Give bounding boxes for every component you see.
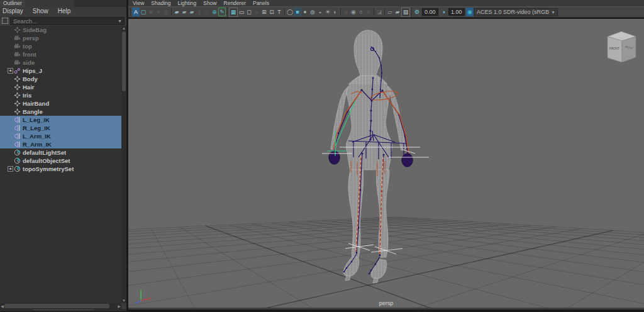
outliner-item-side[interactable]: side: [0, 58, 121, 67]
ikhandle-icon: [14, 125, 21, 131]
expand-icon[interactable]: +: [8, 68, 13, 74]
field-chart-icon[interactable]: ⊞: [260, 8, 268, 16]
gate-mask-icon[interactable]: ■: [253, 8, 260, 16]
search-placeholder: Search...: [13, 18, 37, 25]
filter-icon[interactable]: [2, 18, 8, 24]
gamma-icon[interactable]: ◑: [440, 8, 447, 16]
lights-icon[interactable]: ☀: [324, 8, 331, 16]
outliner-item-L_Arm_IK[interactable]: L_Arm_IK: [0, 132, 121, 140]
outliner-item-L_Leg_IK[interactable]: L_Leg_IK: [0, 116, 121, 124]
outliner-item-label: Bangle: [23, 108, 43, 115]
exposure-icon[interactable]: ⚙: [413, 8, 421, 16]
outliner-item-R_Arm_IK[interactable]: R_Arm_IK: [0, 140, 121, 148]
motion-blur-icon[interactable]: ◉: [350, 8, 357, 16]
outliner-item-top[interactable]: top: [0, 42, 121, 50]
outliner-item-label: top: [23, 43, 32, 50]
set-icon: [14, 149, 21, 156]
outliner-tab-bar: Outliner: [0, 0, 126, 7]
occlusion-icon[interactable]: ◌: [342, 8, 350, 16]
camera-lock-icon[interactable]: ▰: [188, 8, 196, 16]
shaded-icon[interactable]: ■: [294, 8, 301, 16]
select-tool-icon[interactable]: A: [132, 8, 140, 16]
exposure-box-icon[interactable]: ▨: [401, 8, 410, 17]
scrollbar-thumb[interactable]: [4, 304, 109, 308]
scrollbar-thumb[interactable]: [122, 31, 126, 91]
exposure-field[interactable]: 0.00: [422, 8, 438, 16]
soft-select-icon[interactable]: ◍: [162, 8, 170, 16]
outliner-menu-help[interactable]: Help: [58, 7, 71, 16]
viewport-menu-lighting[interactable]: Lighting: [177, 0, 196, 6]
outliner-item-Bangle[interactable]: Bangle: [0, 108, 121, 116]
camera-attributes-icon[interactable]: ▰: [180, 8, 188, 16]
search-dropdown-icon[interactable]: ▼: [118, 19, 122, 23]
toolbar-separator: [411, 8, 412, 16]
outliner-item-front[interactable]: front: [0, 50, 121, 58]
paint-select-icon[interactable]: ■: [147, 8, 155, 16]
viewport-menu-panels[interactable]: Panels: [253, 0, 269, 6]
safe-title-icon[interactable]: T: [275, 8, 283, 16]
multisample-icon[interactable]: ○: [357, 8, 365, 16]
wire-on-shaded-icon[interactable]: ◍: [309, 8, 316, 16]
viewport-menu-show[interactable]: Show: [203, 0, 216, 6]
outliner-item-label: R_Leg_IK: [23, 125, 50, 131]
resolution-gate-icon[interactable]: ◻: [245, 8, 253, 16]
film-gate-icon[interactable]: ▭: [238, 8, 245, 16]
image-plane-icon[interactable]: ✎: [203, 8, 211, 16]
outliner-item-defaultLightSet[interactable]: defaultLightSet: [0, 148, 121, 157]
grid-icon[interactable]: ▦: [229, 8, 238, 17]
lasso-select-icon[interactable]: ▢: [140, 8, 147, 16]
viewport-menu-shading[interactable]: Shading: [151, 0, 170, 6]
outliner-tab[interactable]: Outliner: [0, 0, 25, 7]
transform-icon: [14, 92, 21, 99]
outliner-item-Hips_J[interactable]: +Hips_J: [0, 67, 121, 75]
view-cube[interactable]: FRONT RIGHT: [608, 31, 636, 62]
panel-resize-grip[interactable]: [0, 309, 126, 311]
isolate-select-icon[interactable]: ◪: [375, 8, 383, 16]
outliner-item-topoSymmetrySet[interactable]: +topoSymmetrySet: [0, 165, 121, 173]
scene-3d: FRONT RIGHT: [128, 19, 644, 308]
select-camera-icon[interactable]: ▰: [173, 8, 180, 16]
toolbar-separator: [284, 8, 285, 16]
outliner-item-defaultObjectSet[interactable]: defaultObjectSet: [0, 157, 121, 165]
pan-zoom-icon[interactable]: ⊕: [211, 8, 218, 16]
viewport-menu-renderer[interactable]: Renderer: [224, 0, 246, 6]
wireframe-icon[interactable]: ◯: [286, 8, 294, 16]
bookmark-icon[interactable]: ▮: [196, 8, 203, 16]
paint-viewport-icon[interactable]: ✎: [218, 8, 226, 16]
outliner-menu-display[interactable]: Display: [3, 7, 23, 16]
gamma-field[interactable]: 1.00: [448, 8, 465, 16]
outliner-item-persp[interactable]: persp: [0, 34, 121, 42]
transform-icon: [14, 84, 21, 91]
outliner-item-Iris[interactable]: Iris: [0, 91, 121, 99]
shaded-textured-icon[interactable]: ●: [301, 8, 309, 16]
outliner-item-label: persp: [23, 35, 39, 42]
textured-icon[interactable]: ◒: [316, 8, 324, 16]
color-management-icon[interactable]: ◉: [466, 8, 474, 16]
transform-icon: [14, 75, 21, 82]
viewport-menu-view[interactable]: View: [133, 0, 144, 6]
xray-joints-icon[interactable]: ▰: [394, 8, 401, 16]
safe-action-icon[interactable]: ⊡: [268, 8, 275, 16]
expand-icon[interactable]: +: [8, 166, 13, 172]
select-object-icon[interactable]: ●: [155, 8, 162, 16]
outliner-item-R_Leg_IK[interactable]: R_Leg_IK: [0, 124, 121, 132]
outliner-item-Body[interactable]: Body: [0, 75, 121, 83]
outliner-item-Hair[interactable]: Hair: [0, 83, 121, 91]
outliner-item-label: R_Arm_IK: [23, 141, 52, 148]
depth-of-field-icon[interactable]: ■: [365, 8, 372, 16]
outliner-panel: Outliner DisplayShowHelp Search... ▼ Sid…: [0, 0, 126, 311]
outliner-item-HairBand[interactable]: HairBand: [0, 99, 121, 108]
viewport-menubar: ViewShadingLightingShowRendererPanels: [128, 0, 644, 6]
outliner-item-SideBag[interactable]: SideBag: [0, 26, 121, 34]
outliner-horizontal-scrollbar[interactable]: ◀ ▶: [0, 303, 121, 309]
outliner-vertical-scrollbar[interactable]: ▲ ▼: [121, 26, 126, 303]
outliner-menu-show[interactable]: Show: [33, 7, 48, 16]
viewport-canvas[interactable]: FRONT RIGHT persp: [128, 19, 644, 308]
shadows-icon[interactable]: ◐: [331, 8, 339, 16]
colorspace-dropdown[interactable]: ACES 1.0 SDR-video (sRGB)▼: [474, 8, 558, 16]
xray-icon[interactable]: ▱: [386, 8, 394, 16]
toolbar-separator: [227, 8, 228, 16]
set-icon: [14, 165, 21, 172]
outliner-item-label: Hips_J: [23, 67, 42, 74]
search-input[interactable]: Search... ▼: [10, 17, 125, 25]
